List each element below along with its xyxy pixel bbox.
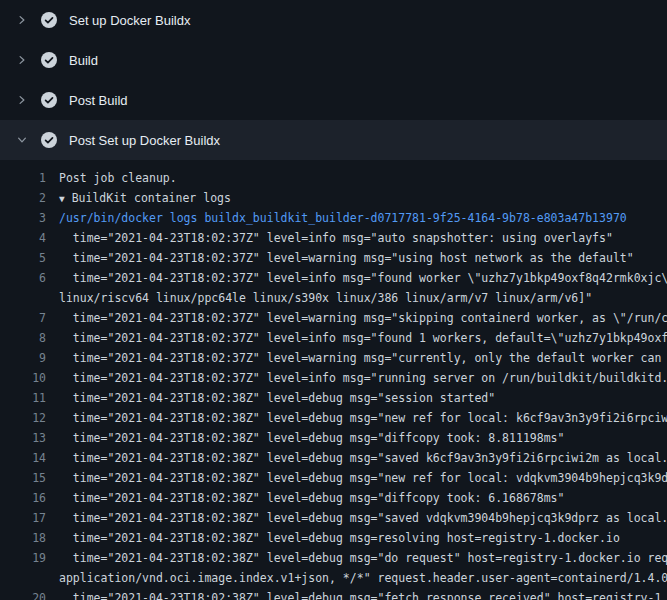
log-line: 2 ▼ BuildKit container logs [0,188,667,208]
log-line: 19 time="2021-04-23T18:02:38Z" level=deb… [0,548,667,568]
step-header-post-build[interactable]: Post Build [0,80,667,120]
check-circle-icon [41,52,57,68]
log-line: 17 time="2021-04-23T18:02:38Z" level=deb… [0,508,667,528]
line-number[interactable]: 10 [0,368,46,388]
line-text: time="2021-04-23T18:02:37Z" level=info m… [46,368,667,388]
command-line-text: /usr/bin/docker logs buildx_buildkit_bui… [46,208,627,228]
line-number[interactable]: 12 [0,408,46,428]
log-line: 8 time="2021-04-23T18:02:37Z" level=info… [0,328,667,348]
line-text: time="2021-04-23T18:02:38Z" level=debug … [46,448,667,468]
line-text: time="2021-04-23T18:02:38Z" level=debug … [46,588,667,600]
line-number[interactable]: 18 [0,528,46,548]
line-number[interactable]: 15 [0,468,46,488]
step-list: Set up Docker Buildx Build Post Build [0,0,667,160]
line-number[interactable]: 9 [0,348,46,368]
line-text: time="2021-04-23T18:02:37Z" level=warnin… [46,308,667,328]
actions-log-viewer: Set up Docker Buildx Build Post Build [0,0,667,600]
line-text: time="2021-04-23T18:02:38Z" level=debug … [46,428,564,448]
log-line-continuation: linux/riscv64 linux/ppc64le linux/s390x … [0,288,667,308]
line-text: time="2021-04-23T18:02:37Z" level=warnin… [46,248,634,268]
log-line: 6 time="2021-04-23T18:02:37Z" level=info… [0,268,667,288]
line-number[interactable]: 4 [0,228,46,248]
check-circle-icon [41,132,57,148]
line-number[interactable]: 1 [0,168,46,188]
line-text: time="2021-04-23T18:02:38Z" level=debug … [46,488,564,508]
chevron-right-icon[interactable] [15,53,29,67]
log-line: 9 time="2021-04-23T18:02:37Z" level=warn… [0,348,667,368]
log-line: 7 time="2021-04-23T18:02:37Z" level=warn… [0,308,667,328]
log-line: 20 time="2021-04-23T18:02:38Z" level=deb… [0,588,667,600]
check-circle-icon [41,12,57,28]
log-line: 10 time="2021-04-23T18:02:37Z" level=inf… [0,368,667,388]
line-number [0,288,46,308]
line-number[interactable]: 11 [0,388,46,408]
group-title[interactable]: BuildKit container logs [65,191,231,205]
line-number[interactable]: 8 [0,328,46,348]
log-lines[interactable]: 1 Post job cleanup. 2 ▼ BuildKit contain… [0,160,667,600]
line-text: time="2021-04-23T18:02:38Z" level=debug … [46,548,667,568]
chevron-right-icon[interactable] [15,93,29,107]
log-line-continuation: application/vnd.oci.image.index.v1+json,… [0,568,667,588]
log-line: 5 time="2021-04-23T18:02:37Z" level=warn… [0,248,667,268]
line-number[interactable]: 14 [0,448,46,468]
log-line: 16 time="2021-04-23T18:02:38Z" level=deb… [0,488,667,508]
line-text: Post job cleanup. [46,168,177,188]
line-text: linux/riscv64 linux/ppc64le linux/s390x … [46,288,592,308]
line-text: time="2021-04-23T18:02:37Z" level=info m… [46,228,613,248]
line-text: application/vnd.oci.image.index.v1+json,… [46,568,667,588]
step-header-build[interactable]: Build [0,40,667,80]
line-number[interactable]: 17 [0,508,46,528]
line-text: time="2021-04-23T18:02:38Z" level=debug … [46,388,495,408]
line-number[interactable]: 2 [0,188,46,208]
line-number[interactable]: 13 [0,428,46,448]
log-line: 18 time="2021-04-23T18:02:38Z" level=deb… [0,528,667,548]
line-text: time="2021-04-23T18:02:37Z" level=info m… [46,268,667,288]
line-number[interactable]: 16 [0,488,46,508]
chevron-down-icon[interactable] [15,133,29,147]
line-text: time="2021-04-23T18:02:38Z" level=debug … [46,468,667,488]
chevron-right-icon[interactable] [15,13,29,27]
line-number[interactable]: 3 [0,208,46,228]
step-header-set-up-docker-buildx[interactable]: Set up Docker Buildx [0,0,667,40]
log-line: 1 Post job cleanup. [0,168,667,188]
line-number[interactable]: 20 [0,588,46,600]
line-text: time="2021-04-23T18:02:37Z" level=warnin… [46,348,667,368]
line-number [0,568,46,588]
line-text: time="2021-04-23T18:02:38Z" level=debug … [46,528,620,548]
line-text: time="2021-04-23T18:02:38Z" level=debug … [46,508,667,528]
step-header-post-set-up-docker-buildx[interactable]: Post Set up Docker Buildx [0,120,667,160]
step-title: Set up Docker Buildx [69,13,190,28]
step-title: Post Set up Docker Buildx [69,133,220,148]
log-line: 4 time="2021-04-23T18:02:37Z" level=info… [0,228,667,248]
line-number[interactable]: 5 [0,248,46,268]
log-line: 11 time="2021-04-23T18:02:38Z" level=deb… [0,388,667,408]
check-circle-icon [41,92,57,108]
line-number[interactable]: 19 [0,548,46,568]
log-line: 12 time="2021-04-23T18:02:38Z" level=deb… [0,408,667,428]
line-text: time="2021-04-23T18:02:38Z" level=debug … [46,408,667,428]
log-line: 14 time="2021-04-23T18:02:38Z" level=deb… [0,448,667,468]
line-number[interactable]: 7 [0,308,46,328]
step-title: Post Build [69,93,128,108]
log-line: 3 /usr/bin/docker logs buildx_buildkit_b… [0,208,667,228]
step-title: Build [69,53,98,68]
line-text: time="2021-04-23T18:02:37Z" level=info m… [46,328,667,348]
line-text[interactable]: ▼ BuildKit container logs [46,188,231,208]
log-line: 15 time="2021-04-23T18:02:38Z" level=deb… [0,468,667,488]
log-line: 13 time="2021-04-23T18:02:38Z" level=deb… [0,428,667,448]
line-number[interactable]: 6 [0,268,46,288]
